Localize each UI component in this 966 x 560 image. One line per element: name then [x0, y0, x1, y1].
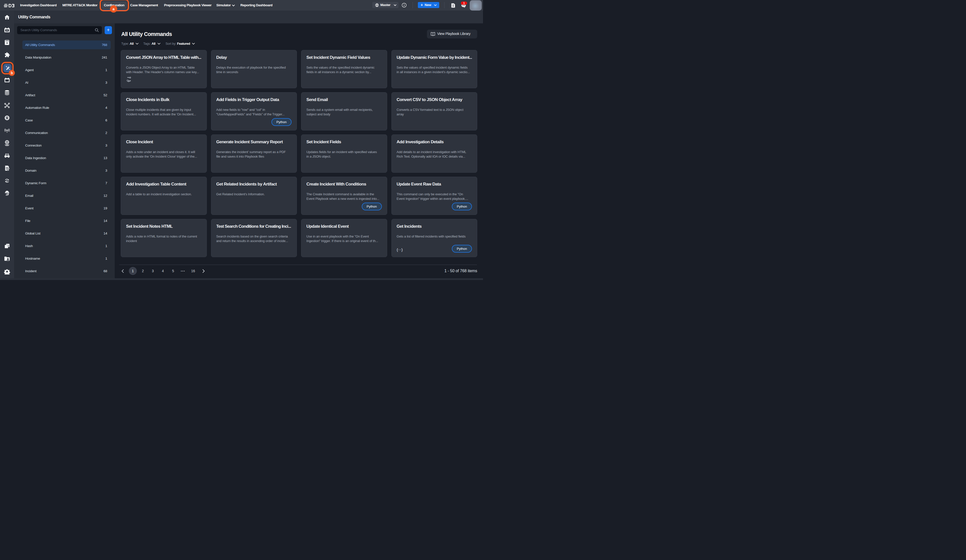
svg-text:API: API: [6, 117, 8, 119]
